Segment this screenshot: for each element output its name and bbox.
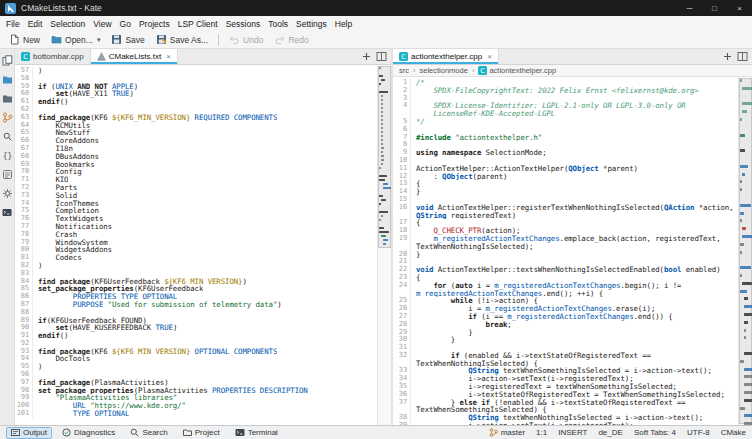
code-line[interactable]: 70 Config [15,168,377,176]
code-line[interactable]: 21 [393,258,738,266]
code-line[interactable]: 93find_package(KF6 ${KF6_MIN_VERSION} OP… [15,348,377,356]
save-button[interactable]: Save [106,33,149,46]
code-line[interactable]: 95) [15,363,377,371]
code-line[interactable]: 16void ActionTextHelper::registerTextWhe… [393,204,738,212]
code-line[interactable]: 76 TextWidgets [15,215,377,223]
code-line[interactable]: 100 URL "https://www.kde.org/" [15,402,377,410]
code-line[interactable]: 73 Solid [15,192,377,200]
code-line[interactable]: 5*/ [393,118,738,126]
code-line[interactable]: 62 [15,106,377,114]
code-line[interactable]: 74 IconThemes [15,200,377,208]
code-line[interactable]: 10 [393,157,738,165]
menu-settings[interactable]: Settings [292,18,331,30]
build-tool-button[interactable] [1,187,13,199]
snippets-tool-button[interactable] [1,168,13,180]
status-cmake[interactable]: CMake [721,428,746,437]
code-line[interactable]: 13{ [393,180,738,188]
tab-bottombar-cpp[interactable]: Cbottombar.cpp [15,49,91,64]
maximize-button[interactable]: □ [702,0,727,16]
panel-output-button[interactable]: Output [6,427,52,439]
code-line[interactable]: 78 Crash [15,231,377,239]
code-line[interactable]: 89if(KF6UserFeedback_FOUND) [15,317,377,325]
code-line[interactable]: 20} [393,251,738,259]
code-line[interactable]: 30 } [393,336,738,344]
code-line[interactable]: QString registeredText) [393,212,738,220]
left-minimap-scrollbar[interactable] [377,65,391,425]
code-line[interactable]: 38 QString textWhenNothingIsSelected = i… [393,414,738,422]
code-line[interactable]: 101 TYPE OPTIONAL [15,410,377,418]
code-line[interactable]: 2 SPDX-FileCopyrightText: 2022 Felix Ern… [393,87,738,95]
code-line[interactable]: 84find_package(KF6UserFeedback ${KF6_MIN… [15,278,377,286]
git-tool-button[interactable] [1,111,13,123]
open-button[interactable]: Open...▾ [46,33,105,46]
close-button[interactable]: × [727,0,752,16]
code-line[interactable]: 15 [393,196,738,204]
code-line[interactable]: 6 [393,126,738,134]
code-line[interactable]: 75 Completion [15,207,377,215]
code-line[interactable]: m_registeredActionTextChanges.end(); ++i… [393,290,738,298]
code-line[interactable]: 92 [15,340,377,348]
code-line[interactable]: 18 Q_CHECK_PTR(action); [393,227,738,235]
documents-tool-button[interactable] [1,54,13,66]
tab-close-icon[interactable]: × [166,52,171,61]
code-line[interactable]: 17{ [393,219,738,227]
status-1-1[interactable]: 1:1 [536,428,547,437]
panel-terminal-button[interactable]: Terminal [230,427,283,439]
code-line[interactable]: 71 KIO [15,176,377,184]
code-line[interactable]: 26 i = m_registeredActionTextChanges.era… [393,305,738,313]
code-line[interactable]: 80 WidgetsAddons [15,246,377,254]
split-view-button[interactable] [736,50,749,63]
menu-help[interactable]: Help [331,18,356,30]
symbols-tool-button[interactable]: {} [1,149,13,161]
code-line[interactable]: 37 } else if (!enabled && i->textStateOf… [393,399,738,407]
code-line[interactable]: 82) [15,262,377,270]
code-line[interactable]: 77 Notifications [15,223,377,231]
code-line[interactable]: 98set_package_properties(PlasmaActivitie… [15,387,377,395]
breadcrumb-item-actiontexthelper-cpp[interactable]: Cactiontexthelper.cpp [478,66,556,75]
code-line[interactable]: 90 set(HAVE_KUSERFEEDBACK TRUE) [15,324,377,332]
undo-button[interactable]: Undo [224,33,268,46]
save-as-button[interactable]: Save As... [151,33,213,46]
code-line[interactable]: 22void ActionTextHelper::textsWhenNothin… [393,266,738,274]
code-line[interactable]: TextWhenNothingIsSelected) { [393,360,738,368]
code-line[interactable]: 28 break; [393,321,738,329]
status-soft-tabs-4[interactable]: Soft Tabs: 4 [634,428,676,437]
code-line[interactable]: 7#include "actiontexthelper.h" [393,134,738,142]
code-line[interactable]: 68 DBusAddons [15,153,377,161]
code-line[interactable]: 88 [15,309,377,317]
new-button[interactable]: New [4,33,45,46]
code-line[interactable]: 29 } [393,329,738,337]
code-line[interactable]: 25 while (!i->action) { [393,297,738,305]
menu-lsp-client[interactable]: LSP Client [174,18,222,30]
breadcrumb-item-src[interactable]: src [399,66,409,75]
left-code-area[interactable]: 57)5859if (UNIX AND NOT APPLE)60 set(HAV… [15,65,377,425]
code-line[interactable]: 57) [15,67,377,75]
code-line[interactable]: 19 m_registeredActionTextChanges.emplace… [393,235,738,243]
code-line[interactable]: TextWhenNothingIsSelected); [393,243,738,251]
code-line[interactable]: 12 : QObject(parent) [393,173,738,181]
code-line[interactable]: 58 [15,75,377,83]
code-line[interactable]: 87 PURPOSE "Used for submission of telem… [15,301,377,309]
new-tab-button[interactable] [360,50,373,63]
menu-tools[interactable]: Tools [264,18,292,30]
split-view-button[interactable] [375,50,388,63]
status-de-de[interactable]: de_DE [598,428,622,437]
code-line[interactable]: 59if (UNIX AND NOT APPLE) [15,83,377,91]
new-tab-button[interactable] [721,50,734,63]
menu-sessions[interactable]: Sessions [222,18,265,30]
terminal-tool-button[interactable] [1,206,13,218]
code-line[interactable]: 34 i->action->setText(i->registeredText)… [393,375,738,383]
code-line[interactable]: 61endif() [15,98,377,106]
tab-close-icon[interactable]: × [487,52,492,61]
minimize-button[interactable]: ─ [677,0,702,16]
code-line[interactable]: LicenseRef-KDE-Accepted-LGPL [393,110,738,118]
code-line[interactable]: 4 SPDX-License-Identifier: LGPL-2.1-only… [393,102,738,110]
code-line[interactable]: 83 [15,270,377,278]
menu-view[interactable]: View [89,18,115,30]
panel-search-button[interactable]: Search [125,427,172,439]
code-line[interactable]: 66 CoreAddons [15,137,377,145]
tab-cmakelists-txt[interactable]: CMakeLists.txt× [91,49,178,64]
code-line[interactable]: 99 "PlasmaActivities libraries" [15,394,377,402]
minimap-viewport[interactable] [739,78,752,424]
status-insert[interactable]: INSERT [558,428,587,437]
